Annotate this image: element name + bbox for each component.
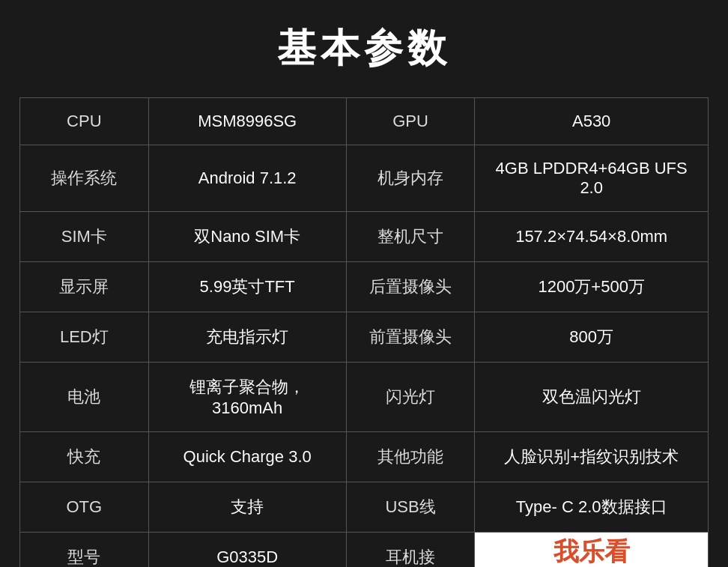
table-row: 显示屏5.99英寸TFT后置摄像头1200万+500万 [20,262,709,312]
label-col1-row8: 型号 [20,533,149,568]
value-col2-row1: 4GB LPDDR4+64GB UFS 2.0 [475,145,709,212]
label-col2-row4: 前置摄像头 [346,312,475,363]
table-row: 电池锂离子聚合物，3160mAh闪光灯双色温闪光灯 [20,363,709,432]
label-col1-row2: SIM卡 [20,212,149,262]
label-col2-row1: 机身内存 [346,145,475,212]
specs-table: CPUMSM8996SGGPUA530操作系统Android 7.1.2机身内存… [19,97,709,567]
table-row: 操作系统Android 7.1.2机身内存4GB LPDDR4+64GB UFS… [20,145,709,212]
label-col2-row8: 耳机接 [346,533,475,568]
value-col2-row7: Type- C 2.0数据接口 [475,482,709,533]
value-col1-row6: Quick Charge 3.0 [148,432,346,482]
label-col2-row5: 闪光灯 [346,363,475,432]
value-col1-row4: 充电指示灯 [148,312,346,363]
value-col1-row2: 双Nano SIM卡 [148,212,346,262]
label-col1-row0: CPU [20,98,149,145]
label-col2-row7: USB线 [346,482,475,533]
label-col2-row2: 整机尺寸 [346,212,475,262]
value-col2-row8: 我乐看www.woleken.com [475,533,709,568]
table-row: SIM卡双Nano SIM卡整机尺寸157.2×74.54×8.0mm [20,212,709,262]
value-col1-row1: Android 7.1.2 [148,145,346,212]
label-col1-row3: 显示屏 [20,262,149,312]
value-col1-row7: 支持 [148,482,346,533]
value-col2-row3: 1200万+500万 [475,262,709,312]
value-col1-row5: 锂离子聚合物，3160mAh [148,363,346,432]
table-row: 型号G0335D耳机接我乐看www.woleken.com [20,533,709,568]
label-col2-row0: GPU [346,98,475,145]
value-col1-row3: 5.99英寸TFT [148,262,346,312]
label-col1-row7: OTG [20,482,149,533]
value-col1-row8: G0335D [148,533,346,568]
label-col1-row6: 快充 [20,432,149,482]
table-row: 快充Quick Charge 3.0其他功能人脸识别+指纹识别技术 [20,432,709,482]
value-col2-row4: 800万 [475,312,709,363]
value-col2-row0: A530 [475,98,709,145]
value-col2-row2: 157.2×74.54×8.0mm [475,212,709,262]
label-col1-row5: 电池 [20,363,149,432]
table-row: OTG支持USB线Type- C 2.0数据接口 [20,482,709,533]
label-col1-row4: LED灯 [20,312,149,363]
label-col2-row3: 后置摄像头 [346,262,475,312]
table-row: LED灯充电指示灯前置摄像头800万 [20,312,709,363]
value-col1-row0: MSM8996SG [148,98,346,145]
page-title: 基本参数 [277,22,451,75]
label-col1-row1: 操作系统 [20,145,149,212]
label-col2-row6: 其他功能 [346,432,475,482]
table-row: CPUMSM8996SGGPUA530 [20,98,709,145]
value-col2-row5: 双色温闪光灯 [475,363,709,432]
value-col2-row6: 人脸识别+指纹识别技术 [475,432,709,482]
